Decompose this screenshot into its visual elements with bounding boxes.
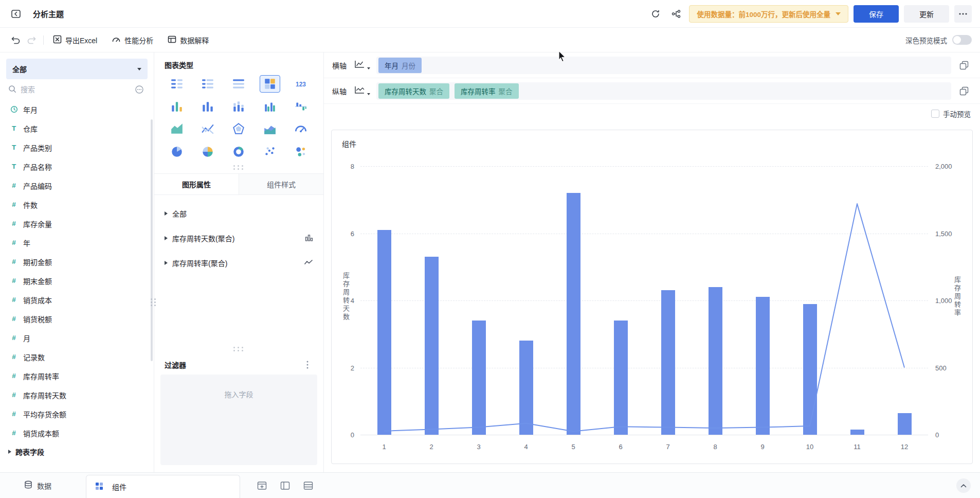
sidebar-scrollbar[interactable]: [151, 119, 153, 361]
dimension-pill[interactable]: 年月月份: [378, 58, 422, 73]
more-menu-button[interactable]: [954, 5, 972, 23]
field-label: 件数: [23, 200, 38, 210]
stacked-area-icon[interactable]: [260, 120, 280, 138]
exit-edit-icon[interactable]: [8, 6, 24, 22]
x-axis-shelf[interactable]: 年月月份: [376, 57, 951, 74]
gauge-chart-icon[interactable]: [291, 120, 311, 138]
data-volume-banner[interactable]: 使用数据量：前1000万行，更新后使用全量: [689, 5, 848, 23]
scatter-chart-icon[interactable]: [260, 143, 280, 161]
sidebar-field-14[interactable]: #库存周转率: [6, 366, 148, 385]
data-explain-label: 数据解释: [180, 35, 209, 45]
sidebar-field-10[interactable]: #销货成本: [6, 290, 148, 309]
sidebar-field-12[interactable]: #月: [6, 328, 148, 347]
sidebar-field-9[interactable]: #期末金额: [6, 271, 148, 290]
sidebar-field-4[interactable]: #产品编码: [6, 176, 148, 195]
chart-component-card[interactable]: 组件 00250041,00061,50082,0001234567891011…: [331, 130, 973, 464]
sidebar-field-8[interactable]: #期初金额: [6, 252, 148, 271]
field-label: 仓库: [23, 123, 38, 134]
line-series: [360, 166, 928, 435]
filter-drop-area[interactable]: 拖入字段: [160, 375, 317, 465]
component-list-icon[interactable]: [303, 481, 313, 490]
lineage-icon[interactable]: [668, 6, 684, 22]
rose-chart-icon[interactable]: [197, 143, 218, 161]
bubble-chart-icon[interactable]: [291, 143, 311, 161]
property-row-0[interactable]: 全部: [165, 201, 313, 226]
custom-chart-icon[interactable]: [260, 75, 280, 93]
tab-graphic-properties[interactable]: 图形属性: [154, 174, 239, 194]
detail-table-icon[interactable]: [228, 75, 249, 93]
tab-component-style[interactable]: 组件样式: [239, 174, 323, 194]
pie-chart-icon[interactable]: [167, 143, 187, 161]
field-label: 月: [23, 333, 30, 343]
column-chart-icon[interactable]: [197, 98, 218, 115]
tab-data[interactable]: 数据: [24, 480, 51, 491]
gridline: [360, 435, 928, 435]
save-button[interactable]: 保存: [854, 5, 899, 23]
sidebar-field-5[interactable]: #件数: [6, 195, 148, 214]
dataset-selector[interactable]: 全部: [6, 59, 148, 79]
collapse-panel-button[interactable]: [956, 478, 971, 493]
property-row-1[interactable]: 库存周转天数(聚合): [165, 226, 313, 251]
toggle-knob: [953, 36, 961, 44]
filter-menu-icon[interactable]: [302, 359, 313, 370]
field-label: 销货成本额: [23, 428, 59, 438]
field-label: 记录数: [23, 352, 45, 362]
search-input[interactable]: [21, 85, 129, 94]
x-axis-type-selector[interactable]: [354, 60, 370, 70]
search-options-icon[interactable]: [133, 83, 146, 96]
dark-preview-toggle[interactable]: [952, 35, 972, 45]
number-field-icon: #: [9, 258, 19, 265]
performance-analysis-button[interactable]: 性能分析: [112, 34, 153, 45]
number-field-icon: #: [9, 201, 19, 208]
chart-config-panel: 图表类型 123 图形属性组件样式 全部库存周转天数(聚合)库存周转率(聚合) …: [154, 52, 324, 472]
chart-type-grid: 123: [154, 73, 323, 162]
sidebar-field-15[interactable]: #库存周转天数: [6, 385, 148, 404]
field-label: 产品类别: [23, 143, 52, 153]
sidebar-field-0[interactable]: 年月: [6, 100, 148, 119]
sidebar-field-13[interactable]: #记录数: [6, 347, 148, 366]
redo-icon[interactable]: [24, 32, 39, 48]
multi-bar-icon[interactable]: [167, 98, 187, 115]
refresh-icon[interactable]: [648, 6, 663, 22]
update-button[interactable]: 更新: [904, 5, 949, 23]
measure-pill[interactable]: 库存周转率聚合: [455, 83, 519, 99]
grouped-column-icon[interactable]: [260, 98, 280, 115]
line-series-type-icon[interactable]: [304, 259, 313, 267]
add-component-icon[interactable]: [257, 481, 267, 490]
group-table-icon[interactable]: [167, 75, 187, 93]
sidebar-field-16[interactable]: #平均存货余额: [6, 404, 148, 423]
resize-handle-vertical[interactable]: [151, 298, 156, 306]
manual-preview-label: 手动预览: [943, 109, 971, 119]
sidebar-field-3[interactable]: T产品名称: [6, 157, 148, 176]
sidebar-field-7[interactable]: #年: [6, 233, 148, 252]
y-axis-type-selector[interactable]: [354, 86, 370, 96]
undo-icon[interactable]: [8, 32, 24, 48]
donut-chart-icon[interactable]: [228, 143, 249, 161]
kpi-indicator-icon[interactable]: 123: [291, 75, 311, 93]
property-row-2[interactable]: 库存周转率(聚合): [165, 251, 313, 275]
tab-component[interactable]: 组件: [86, 475, 240, 498]
sidebar-field-6[interactable]: #库存余量: [6, 214, 148, 233]
split-layout-icon[interactable]: [280, 481, 290, 490]
bar-series-type-icon[interactable]: [305, 234, 313, 243]
area-chart-icon[interactable]: [167, 120, 187, 138]
x-axis-settings-icon[interactable]: [956, 58, 972, 73]
line-chart-icon[interactable]: [197, 120, 218, 138]
resize-handle-horizontal[interactable]: [154, 343, 323, 355]
y-axis-settings-icon[interactable]: [956, 83, 972, 99]
cross-table-fields-toggle[interactable]: 跨表字段: [6, 442, 148, 461]
stacked-column-icon[interactable]: [228, 98, 249, 115]
bidirectional-bar-icon[interactable]: [291, 98, 311, 115]
measure-pill[interactable]: 库存周转天数聚合: [378, 83, 449, 99]
resize-handle-horizontal[interactable]: [154, 162, 323, 173]
y-axis-shelf[interactable]: 库存周转天数聚合库存周转率聚合: [376, 82, 951, 100]
manual-preview-checkbox[interactable]: [931, 110, 939, 118]
radar-chart-icon[interactable]: [228, 120, 249, 138]
cross-table-icon[interactable]: [197, 75, 218, 93]
data-explain-button[interactable]: 数据解释: [168, 35, 209, 45]
export-excel-button[interactable]: 导出Excel: [53, 35, 97, 45]
sidebar-field-11[interactable]: #销货税额: [6, 309, 148, 328]
sidebar-field-17[interactable]: #销货成本额: [6, 423, 148, 442]
sidebar-field-2[interactable]: T产品类别: [6, 138, 148, 157]
sidebar-field-1[interactable]: T仓库: [6, 119, 148, 138]
